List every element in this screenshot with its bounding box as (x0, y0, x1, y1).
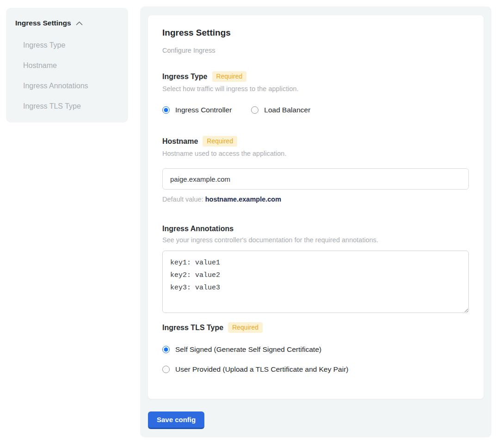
section-ingress-tls-type: Ingress TLS Type Required Self Signed (G… (162, 322, 469, 374)
sidebar-items: Ingress Type Hostname Ingress Annotation… (15, 35, 120, 117)
hostname-label: Hostname (162, 137, 198, 146)
required-badge: Required (228, 322, 263, 333)
default-value-text: hostname.example.com (205, 196, 281, 203)
sidebar-item-ingress-tls-type[interactable]: Ingress TLS Type (15, 96, 120, 117)
ingress-annotations-label: Ingress Annotations (162, 225, 234, 233)
page: Ingress Settings Ingress Type Hostname I… (0, 0, 504, 448)
radio-label: User Provided (Upload a TLS Certificate … (175, 365, 348, 374)
ingress-settings-card: Ingress Settings Configure Ingress Ingre… (148, 15, 484, 399)
radio-label: Self Signed (Generate Self Signed Certif… (175, 345, 321, 354)
radio-option-ingress-controller[interactable]: Ingress Controller (162, 106, 232, 114)
section-ingress-type: Ingress Type Required Select how traffic… (162, 71, 469, 114)
required-badge: Required (212, 71, 247, 82)
default-value-prefix: Default value: (162, 196, 205, 203)
save-config-button[interactable]: Save config (148, 411, 204, 429)
ingress-type-options: Ingress Controller Load Balancer (162, 106, 469, 114)
sidebar-item-hostname[interactable]: Hostname (15, 55, 120, 76)
radio-unselected-icon[interactable] (251, 106, 258, 114)
sidebar-group-title: Ingress Settings (15, 19, 71, 27)
page-title: Ingress Settings (162, 28, 469, 38)
radio-option-self-signed[interactable]: Self Signed (Generate Self Signed Certif… (162, 345, 469, 354)
required-badge: Required (203, 136, 237, 147)
page-subtitle: Configure Ingress (162, 47, 469, 54)
ingress-type-description: Select how traffic will ingress to the a… (162, 85, 469, 92)
radio-selected-icon[interactable] (162, 346, 170, 353)
hostname-default-line: Default value: hostname.example.com (162, 196, 469, 203)
hostname-description: Hostname used to access the application. (162, 150, 469, 157)
radio-label: Ingress Controller (175, 106, 232, 114)
ingress-tls-type-label: Ingress TLS Type (162, 324, 223, 332)
chevron-up-icon (76, 19, 83, 27)
radio-selected-icon[interactable] (162, 106, 170, 114)
sidebar-group-ingress-settings[interactable]: Ingress Settings (15, 19, 120, 27)
ingress-tls-options: Self Signed (Generate Self Signed Certif… (162, 345, 469, 374)
ingress-annotations-textarea[interactable]: key1: value1 key2: value2 key3: value3 (162, 251, 469, 313)
ingress-type-label: Ingress Type (162, 73, 208, 81)
sidebar-item-ingress-type[interactable]: Ingress Type (15, 35, 120, 55)
sidebar-item-ingress-annotations[interactable]: Ingress Annotations (15, 76, 120, 96)
sidebar: Ingress Settings Ingress Type Hostname I… (6, 8, 128, 123)
ingress-annotations-description: See your ingress controller's documentat… (162, 236, 469, 244)
radio-option-load-balancer[interactable]: Load Balancer (251, 106, 310, 114)
radio-label: Load Balancer (264, 106, 310, 114)
settings-panel: Ingress Settings Configure Ingress Ingre… (140, 6, 492, 437)
hostname-input[interactable] (162, 168, 469, 190)
section-hostname: Hostname Required Hostname used to acces… (162, 136, 469, 203)
section-ingress-annotations: Ingress Annotations See your ingress con… (162, 225, 469, 313)
radio-option-user-provided[interactable]: User Provided (Upload a TLS Certificate … (162, 365, 469, 374)
radio-unselected-icon[interactable] (162, 366, 170, 373)
